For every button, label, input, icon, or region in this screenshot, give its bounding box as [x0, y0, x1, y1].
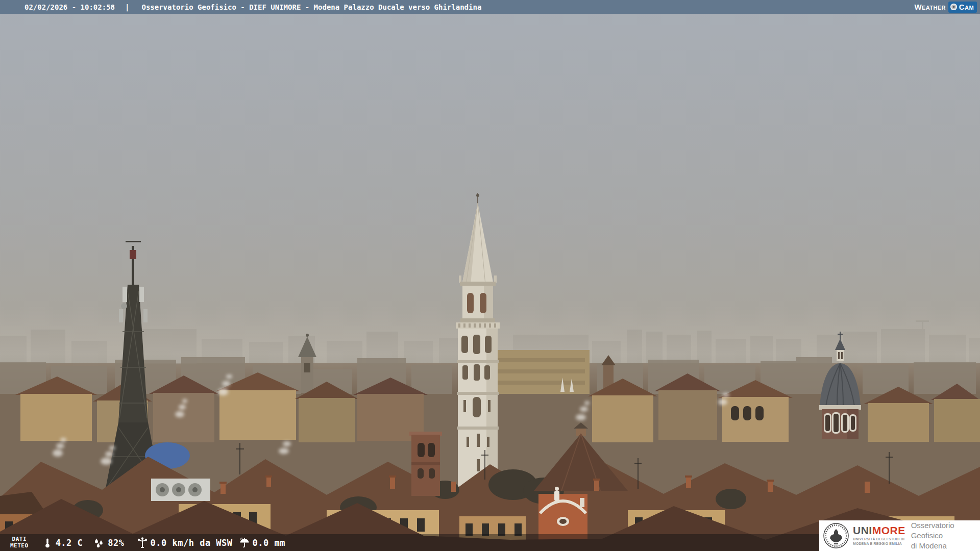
observatory-name-line1: Osservatorio Geofisico — [911, 520, 980, 541]
temperature-value: 4.2 C — [56, 538, 83, 548]
logo-cam-text: Cam — [959, 3, 974, 11]
weathercam-logo: Weather Cam — [914, 0, 977, 14]
humidity-drops-icon — [93, 537, 105, 548]
header-bar: 02/02/2026 - 10:02:58 | Osservatorio Geo… — [0, 0, 980, 14]
university-subtitle-line1: UNIVERSITÀ DEGLI STUDI DI — [853, 537, 905, 542]
logo-cam-tag: Cam — [948, 2, 977, 13]
meteo-label-line2: METEO — [10, 543, 29, 549]
hvac-unit — [151, 479, 210, 501]
logo-weather-text: Weather — [914, 3, 945, 11]
datetime-text: 02/02/2026 - 10:02:58 — [24, 3, 115, 11]
precipitation-value: 0.0 mm — [253, 538, 285, 548]
wind-value: 0.0 km/h da WSW — [151, 538, 233, 548]
thermometer-icon — [42, 537, 53, 548]
university-subtitle: UNIVERSITÀ DEGLI STUDI DI MODENA E REGGI… — [853, 537, 905, 546]
university-subtitle-line2: MODENA E REGGIO EMILIA — [853, 542, 905, 546]
unimore-wordmark: UNIMORE UNIVERSITÀ DEGLI STUDI DI MODENA… — [853, 525, 905, 546]
wordmark-uni: UNI — [853, 524, 872, 536]
observatory-name: Osservatorio Geofisico di Modena — [911, 520, 980, 551]
separator-text: | — [125, 3, 129, 11]
humidity-value: 82% — [108, 538, 124, 548]
statue — [555, 487, 559, 491]
page-title: Osservatorio Geofisico - DIEF UNIMORE - … — [141, 3, 481, 11]
brick-campanile — [409, 432, 442, 496]
meteo-label-line1: DATI — [10, 536, 29, 543]
camera-lens-icon — [950, 3, 958, 11]
umbrella-icon — [239, 537, 250, 548]
webcam-photo — [0, 0, 980, 551]
observatory-name-line2: di Modena — [911, 541, 980, 551]
unimore-seal-icon — [823, 522, 849, 549]
unimore-panel: UNIMORE UNIVERSITÀ DEGLI STUDI DI MODENA… — [819, 520, 980, 551]
wordmark-more: MORE — [872, 524, 905, 536]
wordmark-text: UNIMORE — [853, 525, 905, 536]
meteo-label: DATI METEO — [10, 536, 29, 549]
anemometer-icon — [137, 537, 148, 548]
